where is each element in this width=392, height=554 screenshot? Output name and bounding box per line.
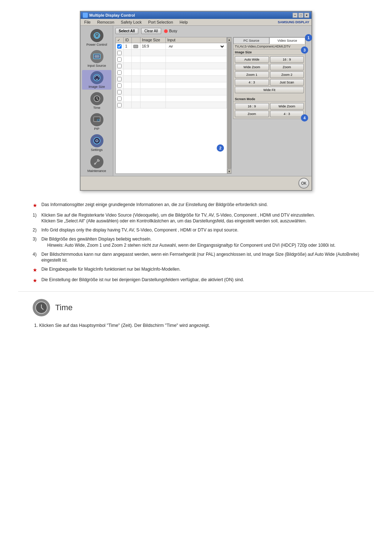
screen-mode-section-label: Screen Mode [233, 96, 305, 102]
grid-col-check: ✓ [116, 37, 124, 43]
note-1: 1) Klicken Sie auf die Registerkarte Vid… [33, 212, 359, 225]
sidebar-item-maintenance[interactable]: Maintenance [82, 154, 111, 174]
row-checkbox[interactable] [117, 44, 122, 49]
row-checkbox[interactable] [117, 51, 122, 55]
svg-rect-2 [95, 55, 99, 58]
screen-mode-section: Screen Mode 16 : 9 Wide Zoom Zoom 4 : 3 … [233, 96, 305, 119]
input-select[interactable]: AVTVHDMI [167, 44, 225, 49]
window-controls: − □ × [293, 13, 309, 18]
tab-video-source[interactable]: Video Source [269, 37, 305, 44]
row-checkbox[interactable] [117, 103, 122, 107]
sidebar-item-image-size[interactable]: Image Size [82, 70, 111, 90]
sidebar-item-power-control[interactable]: Power Control [82, 28, 111, 48]
row-checkbox[interactable] [117, 90, 122, 94]
sidebar-item-time[interactable]: Time [82, 91, 111, 111]
grid-col-input: Input [166, 37, 227, 43]
btn-just-scan[interactable]: Just Scan [270, 79, 304, 86]
clear-all-button[interactable]: Clear All [141, 28, 161, 34]
menu-remocon[interactable]: Remocon [96, 20, 116, 25]
sidebar-item-settings[interactable]: Settings [82, 133, 111, 153]
sidebar-item-input-source[interactable]: Input Source [82, 49, 111, 69]
btn-zoom-1[interactable]: Zoom 1 [235, 71, 269, 78]
note-star-1: ★ Das Informationsgitter zeigt einige gr… [33, 202, 359, 209]
time-icon-sidebar [90, 92, 103, 105]
scroll-thumb[interactable] [228, 42, 231, 169]
note-text-4: Der Bildschirmmodus kann nur dann angepa… [41, 251, 359, 264]
step-4-badge: 4 [301, 114, 308, 122]
row-checkbox[interactable] [117, 70, 122, 75]
note-4: 4) Der Bildschirmmodus kann nur dann ang… [33, 251, 359, 264]
btn-auto-wide[interactable]: Auto Wide [235, 56, 269, 63]
row-input: AVTVHDMI [166, 43, 227, 49]
step-3-badge: 3 [301, 46, 308, 54]
screen-mode-title: Screen Mode [235, 97, 255, 101]
sidebar: Power Control Input Source [81, 26, 113, 176]
maintenance-label: Maintenance [87, 169, 106, 173]
row-checkbox[interactable] [117, 83, 122, 88]
scrollbar[interactable]: ▲ ▼ [227, 37, 231, 173]
scroll-up-button[interactable]: ▲ [227, 37, 232, 42]
note-text-star-3: Die Einstellung der Bildgröße ist nur be… [41, 277, 359, 284]
power-control-label: Power Control [86, 43, 107, 46]
toolbar: Select All Clear All Busy [115, 28, 309, 34]
btn-screen-wide-zoom[interactable]: Wide Zoom [270, 103, 304, 110]
btn-screen-16-9[interactable]: 16 : 9 [235, 103, 269, 110]
settings-icon [90, 134, 103, 147]
minimize-button[interactable]: − [293, 13, 298, 18]
busy-label: Busy [169, 29, 177, 33]
grid-col-id: ID [124, 37, 132, 43]
menu-help[interactable]: Help [178, 20, 189, 25]
row-checkbox[interactable] [117, 77, 122, 81]
time-label: Time [93, 106, 101, 110]
row-checkbox[interactable] [117, 97, 122, 101]
note-number-3: 3) [33, 236, 38, 249]
row-checkbox[interactable] [117, 57, 122, 62]
menu-port-selection[interactable]: Port Selection [147, 20, 174, 25]
close-button[interactable]: × [304, 13, 309, 18]
image-size-buttons: Auto Wide 16 : 9 Wide Zoom Zoom Zoom 1 Z… [233, 55, 305, 95]
samsung-logo: SAMSUNG DISPLAY [278, 20, 309, 24]
right-panel: PC Source Video Source TV,AV,S-Video,Com… [233, 37, 306, 119]
btn-zoom[interactable]: Zoom [270, 64, 304, 70]
menu-safety-lock[interactable]: Safety Lock [119, 20, 143, 25]
table-row [116, 56, 227, 63]
right-panel-wrap: 1 PC Source Video Source TV,AV,S-Video,C… [233, 37, 309, 174]
maximize-button[interactable]: □ [298, 13, 303, 18]
menu-file[interactable]: File [83, 20, 92, 25]
table-row [116, 76, 227, 82]
btn-wide-fit[interactable]: Wide Fit [235, 87, 304, 93]
row-checkbox[interactable] [117, 64, 122, 68]
maintenance-icon [90, 155, 103, 168]
btn-4-3[interactable]: 4 : 3 [235, 79, 269, 86]
grid-container: ✓ ID Image Size Input 1 [115, 37, 309, 174]
star-icon-1: ★ [33, 202, 38, 209]
time-section: Time 1. Klicken Sie auf das Hauptsymbol … [18, 291, 374, 336]
source-tabs: PC Source Video Source [233, 37, 305, 44]
window-title: Multiple Display Control [89, 13, 135, 17]
btn-screen-4-3[interactable]: 4 : 3 [270, 111, 304, 117]
ok-button[interactable]: OK [298, 178, 309, 189]
scroll-down-button[interactable]: ▼ [227, 169, 232, 173]
screen-mode-buttons: 16 : 9 Wide Zoom Zoom 4 : 3 [233, 102, 305, 119]
note-text-3: Die Bildgröße des gewählten Displays bel… [41, 237, 335, 248]
note-star-2: ★ Die Eingabequelle für MagicInfo funkti… [33, 266, 359, 274]
tab-pc-source[interactable]: PC Source [233, 37, 269, 44]
table-row [116, 95, 227, 102]
btn-screen-zoom[interactable]: Zoom [235, 111, 269, 117]
menu-bar: File Remocon Safety Lock Port Selection … [83, 20, 189, 25]
pip-label: PIP [94, 127, 99, 131]
bottom-bar: OK [81, 176, 311, 190]
time-header: Time [33, 299, 359, 316]
btn-wide-zoom[interactable]: Wide Zoom [235, 64, 269, 70]
notes-section: ★ Das Informationsgitter zeigt einige gr… [18, 202, 374, 284]
btn-zoom-2[interactable]: Zoom 2 [270, 71, 304, 78]
note-number-2: 2) [33, 227, 38, 233]
step-2-badge: 2 [217, 144, 224, 152]
select-all-button[interactable]: Select All [115, 28, 138, 34]
sidebar-item-pip[interactable]: PIP [82, 112, 111, 132]
note-star-3: ★ Die Einstellung der Bildgröße ist nur … [33, 277, 359, 284]
note-number-4: 4) [33, 251, 38, 264]
btn-16-9[interactable]: 16 : 9 [270, 56, 304, 63]
note-text-1: Klicken Sie auf die Registerkarte Video … [41, 212, 359, 225]
table-row [116, 82, 227, 89]
